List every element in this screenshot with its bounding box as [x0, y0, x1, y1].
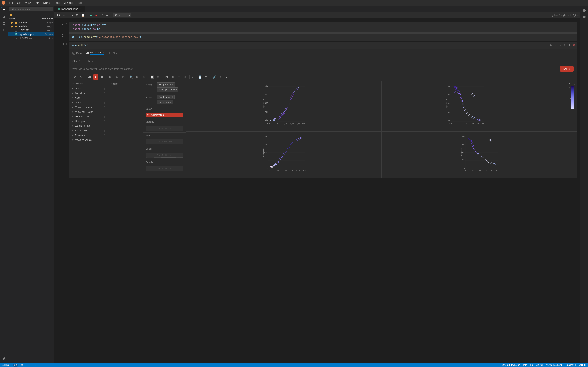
add-cell-button[interactable]: +	[61, 13, 66, 17]
cell-content[interactable]: df = pd.read_csv("./datasets/car-dataset…	[69, 33, 577, 41]
settings-viz-button[interactable]: ⚙	[141, 75, 146, 80]
chart-type-stack[interactable]	[99, 75, 104, 80]
field-item-mpg[interactable]: # Miles_per_Gallon ⋮	[69, 110, 108, 114]
cut-button[interactable]: ✂	[69, 13, 74, 17]
field-item-year[interactable]: A Year ⋮	[69, 96, 108, 100]
share-button[interactable]: ⬆	[204, 75, 208, 80]
field-item-origin[interactable]: A Origin ⋮	[69, 100, 108, 105]
move-up-button[interactable]: ↑	[553, 43, 557, 47]
sort-button[interactable]: ⇅	[114, 75, 119, 80]
cell-type-select[interactable]: Code Markdown Raw	[113, 13, 131, 17]
run-button[interactable]: ▶	[88, 13, 93, 17]
delete-icon[interactable]: 🗑	[147, 114, 150, 117]
grid-button[interactable]: ⊞	[135, 75, 140, 80]
search-input[interactable]	[11, 8, 47, 10]
add-chart-button[interactable]: + New	[85, 59, 95, 63]
right-sidebar-settings-icon[interactable]	[581, 14, 587, 20]
stop-button[interactable]: ■	[94, 13, 98, 17]
paste-button[interactable]: 📋	[80, 13, 85, 17]
ai-prompt-input[interactable]	[72, 67, 558, 70]
brush-button[interactable]: 🔲	[149, 75, 155, 80]
gear-button[interactable]: ⚙	[170, 75, 175, 80]
select-button[interactable]: ✏	[156, 75, 161, 80]
opacity-drop-zone[interactable]: Drop Field Here	[146, 126, 183, 131]
copy-cell-button[interactable]: ⧉	[549, 43, 553, 47]
status-toggle[interactable]: ◯	[13, 364, 18, 367]
tab-pygwalker[interactable]: pygwalker.ipynb ✕	[54, 6, 85, 12]
link-button[interactable]: 🔗	[212, 75, 217, 80]
save-button[interactable]	[56, 13, 61, 17]
status-kernel[interactable]: Python 3 (ipykernel) | Idle	[501, 364, 527, 367]
menu-settings[interactable]: Settings	[62, 1, 74, 5]
add-above-button[interactable]: ⬆	[563, 43, 567, 47]
brush2-button[interactable]: 🖌	[224, 75, 229, 80]
restart-button[interactable]: ↺	[99, 13, 104, 17]
move-down-button[interactable]: ↓	[558, 43, 562, 47]
menu-edit[interactable]: Edit	[15, 1, 23, 5]
menu-help[interactable]: Help	[75, 1, 83, 5]
cell-content[interactable]: import pygwalker as pyg import pandas as…	[69, 22, 577, 33]
menu-tabs[interactable]: Tabs	[53, 1, 61, 5]
tab-visualization[interactable]: Visualization	[86, 50, 104, 56]
add-below-button[interactable]: ⬇	[568, 43, 571, 47]
field-item-cylinders[interactable]: # Cylinders ⋮	[69, 91, 108, 96]
export-button[interactable]: 📄	[197, 75, 202, 80]
sidebar-icon-settings[interactable]	[1, 356, 7, 362]
shape-drop-zone[interactable]: Drop Field Here	[146, 153, 183, 158]
color-field-tag[interactable]: 🗑 Acceleration	[146, 113, 183, 117]
list-item[interactable]: md README.md last yr.	[8, 36, 54, 40]
sidebar-icon-palette[interactable]	[1, 349, 7, 355]
chart-type-bar[interactable]	[87, 75, 92, 80]
list-item[interactable]: ▶ datasets 13d ago	[8, 21, 54, 25]
menu-kernel[interactable]: Kernel	[42, 1, 52, 5]
tab-close-button[interactable]: ✕	[80, 8, 82, 10]
sidebar-icon-search[interactable]	[1, 14, 7, 20]
tab-add-button[interactable]: +	[85, 6, 91, 12]
fullscreen-button[interactable]: ⛶	[191, 75, 196, 80]
size-drop-zone[interactable]: Drop Field Here	[146, 139, 183, 144]
sidebar-icon-terminal[interactable]	[1, 27, 7, 33]
zoom-in-button[interactable]: 🔍	[129, 75, 134, 80]
pen-button[interactable]: ✏	[218, 75, 223, 80]
join-button[interactable]: ⊞	[108, 75, 113, 80]
field-item-measure-values[interactable]: # Measure values ⋮	[69, 138, 108, 142]
ask-button[interactable]: Ask ▷	[560, 66, 574, 72]
run-all-button[interactable]: ⏭	[105, 13, 109, 17]
details-drop-zone[interactable]: Drop Field Here	[146, 166, 183, 171]
right-sidebar-extensions-icon[interactable]	[581, 7, 587, 13]
config-button[interactable]: ⚙	[183, 75, 188, 80]
menu-file[interactable]: File	[7, 1, 15, 5]
tab-data[interactable]: Data	[72, 51, 82, 55]
x-axis-field-mpg[interactable]: Miles_per_Gallon	[157, 87, 178, 92]
list-item[interactable]: LICENSE last yr.	[8, 28, 54, 32]
field-item-rowcount[interactable]: # Row count ⋮	[69, 133, 108, 138]
sidebar-icon-files[interactable]	[1, 7, 7, 13]
search-box[interactable]	[9, 7, 53, 11]
list-item[interactable]: pygwalker.ipynb 30s ago	[8, 32, 54, 36]
list-item[interactable]: ▶ tutorials last yr.	[8, 25, 54, 28]
sort-desc-button[interactable]: ⇵	[120, 75, 125, 80]
field-item-measure-names[interactable]: A Measure names ⋮	[69, 105, 108, 110]
table-button[interactable]: ⊞	[176, 75, 182, 80]
field-item-displacement[interactable]: # Displacement ⋮	[69, 114, 108, 119]
menu-run[interactable]: Run	[33, 1, 41, 5]
field-item-name[interactable]: A Name ⋮	[69, 86, 108, 91]
tab-chat[interactable]: Chat	[109, 51, 118, 55]
image-button[interactable]: 🖼	[164, 75, 169, 80]
field-item-acceleration[interactable]: # Acceleration ⋮	[69, 128, 108, 133]
undo-button[interactable]: ↩	[72, 75, 78, 80]
y-axis-field-displacement[interactable]: Displacement	[157, 95, 174, 99]
chart-type-scatter[interactable]	[93, 75, 98, 80]
menu-view[interactable]: View	[24, 1, 32, 5]
delete-cell-button[interactable]: 🗑	[572, 43, 576, 47]
field-item-weight[interactable]: # Weight_in_lbs ⋮	[69, 124, 108, 128]
x-axis-field-weight[interactable]: Weight_in_lbs	[157, 83, 175, 87]
redo-button[interactable]: ↪	[79, 75, 84, 80]
field-item-horsepower[interactable]: # Horsepower ⋮	[69, 119, 108, 124]
chart-name[interactable]: Chart 1	[72, 60, 81, 63]
copy-button[interactable]: ⧉	[75, 13, 80, 17]
cell-content[interactable]: pyg.walk(df) ⧉ ↑ ↓ ⬆ ⬇ 🗑	[69, 42, 577, 179]
sidebar-icon-extensions[interactable]	[1, 21, 7, 26]
breadcrumb[interactable]: /	[8, 12, 54, 17]
y-axis-field-horsepower[interactable]: Horsepower	[157, 100, 173, 104]
